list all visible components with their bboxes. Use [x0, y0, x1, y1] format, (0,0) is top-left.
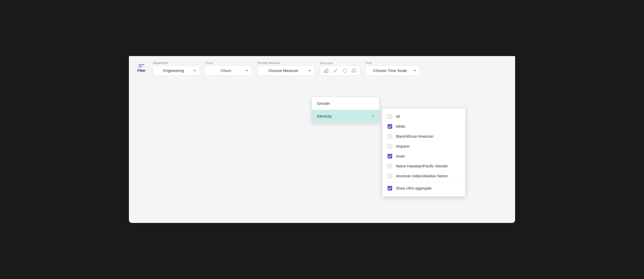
time-field-group: Time Choose Time Scale [365, 61, 420, 76]
department-dropdown[interactable]: Engineering [153, 65, 200, 76]
svg-rect-8 [352, 69, 356, 72]
time-value: Choose Time Scale [369, 68, 411, 73]
bar-chart-icon[interactable] [323, 68, 329, 73]
svg-rect-2 [327, 69, 328, 73]
time-label: Time [365, 61, 420, 64]
eth-checkbox-american-indian[interactable] [387, 174, 392, 178]
department-chevron-icon [193, 70, 196, 71]
diversity-measure-field-group: Diversity Measure Choose Measure [257, 61, 315, 76]
eth-checkbox-urg[interactable] [387, 186, 392, 191]
diversity-measure-chevron-icon [308, 70, 311, 71]
focus-label: Focus [205, 61, 252, 64]
filter-button[interactable]: Filter [137, 64, 146, 72]
data-view-icons [320, 66, 360, 76]
circle-icon[interactable] [342, 68, 347, 73]
ethnicity-label: Ethnicity [317, 114, 332, 118]
measure-menu-item-ethnicity[interactable]: Ethnicity [312, 110, 379, 123]
ethnicity-submenu: All White Black/African American Hispani… [382, 108, 466, 197]
eth-label-black: Black/African American [396, 134, 433, 138]
eth-label-asian: Asian [396, 154, 405, 158]
eth-option-native-hawaiian[interactable]: Native Hawaiian/Pacific Islander [382, 161, 465, 171]
eth-option-black-african-american[interactable]: Black/African American [382, 131, 465, 141]
eth-option-urg-aggregate[interactable]: Show URG aggregate [382, 182, 465, 193]
eth-option-asian[interactable]: Asian [382, 151, 465, 161]
eth-checkbox-hispanic[interactable] [387, 144, 392, 149]
time-chevron-icon [414, 70, 416, 71]
time-dropdown[interactable]: Choose Time Scale [365, 65, 420, 76]
diversity-measure-dropdown[interactable]: Choose Measure [257, 65, 315, 76]
ethnicity-chevron-right-icon [372, 115, 374, 118]
department-value: Engineering [157, 68, 191, 73]
gender-label: Gender [317, 101, 330, 106]
data-view-group: Data View [320, 62, 360, 76]
svg-point-7 [343, 69, 347, 72]
diversity-measure-label: Diversity Measure [257, 61, 315, 64]
app-window: Filter Department Engineering Focus Chur… [129, 56, 515, 223]
focus-value: Churn [209, 68, 243, 73]
eth-option-american-indian[interactable]: American Indian/Alaskan Native [382, 171, 465, 181]
eth-checkbox-asian[interactable] [387, 154, 392, 159]
scatter-icon[interactable] [333, 68, 338, 73]
eth-label-urg: Show URG aggregate [396, 186, 432, 190]
svg-point-6 [336, 69, 337, 70]
toolbar: Filter Department Engineering Focus Chur… [129, 56, 515, 81]
diversity-measure-value: Choose Measure [261, 68, 306, 73]
department-label: Department [153, 61, 200, 64]
focus-field-group: Focus Churn [205, 61, 252, 76]
eth-checkbox-native-hawaiian[interactable] [387, 164, 392, 168]
focus-chevron-icon [246, 70, 248, 71]
eth-label-white: White [396, 124, 405, 129]
eth-label-hispanic: Hispanic [396, 144, 410, 148]
svg-point-4 [334, 71, 335, 72]
svg-rect-0 [324, 71, 325, 73]
svg-point-5 [335, 70, 336, 71]
eth-checkbox-white[interactable] [387, 124, 392, 129]
eth-option-hispanic[interactable]: Hispanic [382, 141, 465, 151]
department-field-group: Department Engineering [153, 61, 200, 76]
eth-label-native-hawaiian: Native Hawaiian/Pacific Islander [396, 164, 448, 168]
eth-option-white[interactable]: White [382, 122, 465, 131]
filter-label: Filter [137, 69, 146, 72]
eth-label-american-indian: American Indian/Alaskan Native [396, 174, 448, 178]
filter-icon [139, 64, 144, 68]
data-view-label: Data View [320, 62, 360, 65]
focus-dropdown[interactable]: Churn [205, 65, 252, 76]
measure-menu-item-gender[interactable]: Gender [312, 97, 379, 110]
eth-option-all[interactable]: All [382, 112, 465, 122]
table-icon[interactable] [351, 68, 357, 73]
svg-rect-1 [325, 70, 326, 73]
eth-checkbox-black[interactable] [387, 134, 392, 139]
measure-dropdown-menu: Gender Ethnicity [312, 97, 379, 123]
eth-label-all: All [396, 114, 400, 119]
eth-checkbox-all[interactable] [387, 114, 392, 119]
